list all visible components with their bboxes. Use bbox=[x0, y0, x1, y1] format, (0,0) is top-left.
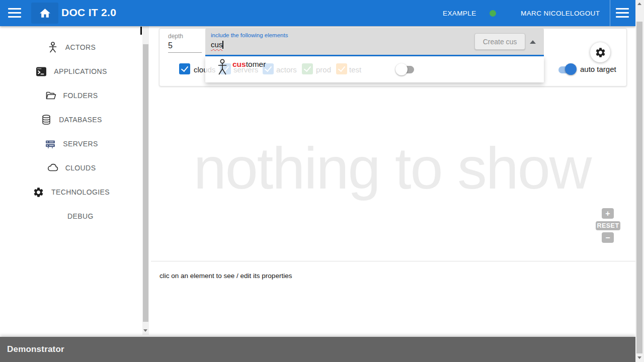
logout-button[interactable]: LOGOUT bbox=[570, 10, 600, 17]
depth-underline bbox=[168, 52, 202, 53]
checkbox-clouds[interactable] bbox=[179, 63, 190, 74]
depth-label: depth bbox=[168, 33, 183, 40]
right-menu-icon[interactable] bbox=[616, 8, 629, 18]
terminal-icon bbox=[35, 65, 47, 77]
sidebar-label: ACTORS bbox=[65, 43, 96, 51]
demonstrator-app: DOC IT 2.0 EXAMPLE MARC NICOLE LOGOUT AC… bbox=[0, 0, 644, 362]
reset-view-button[interactable]: RESET bbox=[596, 221, 620, 230]
settings-button[interactable] bbox=[590, 42, 610, 62]
misc-toggle-knob[interactable] bbox=[395, 63, 408, 75]
actor-icon bbox=[217, 58, 227, 76]
sidebar-item-actors[interactable]: ACTORS bbox=[0, 35, 142, 59]
folder-icon bbox=[45, 89, 57, 102]
page-scroll-down-icon[interactable] bbox=[637, 356, 641, 359]
properties-hint: clic on an element to see / edit its pro… bbox=[159, 272, 292, 280]
include-elements-label: include the following elements bbox=[211, 32, 288, 38]
sidebar-label: DATABASES bbox=[59, 116, 102, 124]
sidebar-label: FOLDERS bbox=[63, 92, 98, 100]
depth-input[interactable]: 5 bbox=[168, 41, 173, 50]
sidebar-item-applications[interactable]: APPLICATIONS bbox=[0, 59, 142, 83]
home-button[interactable] bbox=[31, 3, 58, 24]
properties-divider bbox=[151, 261, 635, 261]
include-elements-input[interactable]: include the following elements cus Creat… bbox=[205, 28, 544, 55]
app-title: DOC IT 2.0 bbox=[61, 7, 116, 19]
footer-bar: Demonstrator bbox=[0, 337, 635, 362]
sidebar-item-debug[interactable]: DEBUG bbox=[0, 204, 142, 228]
footer-title: Demonstrator bbox=[7, 344, 64, 354]
autocomplete-panel: customer bbox=[205, 56, 544, 82]
gear-icon bbox=[595, 47, 606, 58]
focus-caret-artifact bbox=[140, 27, 142, 35]
empty-icon-slot bbox=[49, 210, 61, 222]
auto-target-label: auto target bbox=[580, 65, 616, 73]
zoom-in-button[interactable]: + bbox=[602, 208, 614, 219]
app-bar: DOC IT 2.0 EXAMPLE MARC NICOLE LOGOUT bbox=[0, 0, 635, 26]
sidebar-item-clouds[interactable]: CLOUDS bbox=[0, 156, 142, 180]
project-name-label[interactable]: EXAMPLE bbox=[443, 10, 476, 17]
sidebar-item-databases[interactable]: DATABASES bbox=[0, 108, 142, 132]
page-scroll-up-icon[interactable] bbox=[637, 3, 641, 5]
empty-state-watermark: nothing to show bbox=[149, 139, 635, 198]
collapse-up-icon[interactable] bbox=[530, 40, 536, 44]
sidebar: ACTORS APPLICATIONS FOLDERS bbox=[0, 26, 142, 337]
database-icon bbox=[40, 114, 52, 126]
user-name-label[interactable]: MARC NICOLE bbox=[521, 10, 570, 17]
sidebar-label: TECHNOLOGIES bbox=[51, 188, 110, 196]
sidebar-label: CLOUDS bbox=[65, 164, 96, 172]
sidebar-scroll-down-icon[interactable] bbox=[143, 329, 147, 332]
sidebar-item-folders[interactable]: FOLDERS bbox=[0, 83, 142, 108]
suggestion-text: customer bbox=[232, 58, 266, 76]
sidebar-item-technologies[interactable]: TECHNOLOGIES bbox=[0, 180, 142, 204]
sidebar-label: DEBUG bbox=[67, 212, 94, 220]
menu-toggle-icon[interactable] bbox=[8, 8, 21, 18]
sidebar-item-servers[interactable]: SERVERS bbox=[0, 132, 142, 156]
create-element-button[interactable]: Create cus bbox=[474, 33, 525, 50]
sidebar-label: APPLICATIONS bbox=[54, 67, 107, 75]
zoom-out-button[interactable]: − bbox=[602, 232, 614, 243]
sidebar-label: SERVERS bbox=[63, 140, 98, 148]
cloud-icon bbox=[47, 162, 59, 174]
server-icon bbox=[44, 138, 56, 150]
actor-icon bbox=[47, 41, 59, 53]
gear-icon bbox=[33, 186, 45, 198]
include-elements-value: cus bbox=[211, 40, 223, 49]
auto-target-toggle-knob[interactable] bbox=[565, 63, 577, 75]
appbar-divider bbox=[610, 0, 610, 26]
filter-card: depth 5 clouds servers actors prod test … bbox=[159, 28, 627, 86]
sidebar-scrollbar-thumb[interactable] bbox=[143, 44, 148, 322]
page-scrollbar-thumb[interactable] bbox=[636, 22, 642, 353]
text-caret bbox=[222, 41, 223, 49]
home-icon bbox=[39, 7, 51, 20]
page-scrollbar[interactable] bbox=[635, 0, 644, 362]
status-dot bbox=[490, 10, 496, 17]
suggestion-customer[interactable]: customer bbox=[217, 58, 266, 76]
